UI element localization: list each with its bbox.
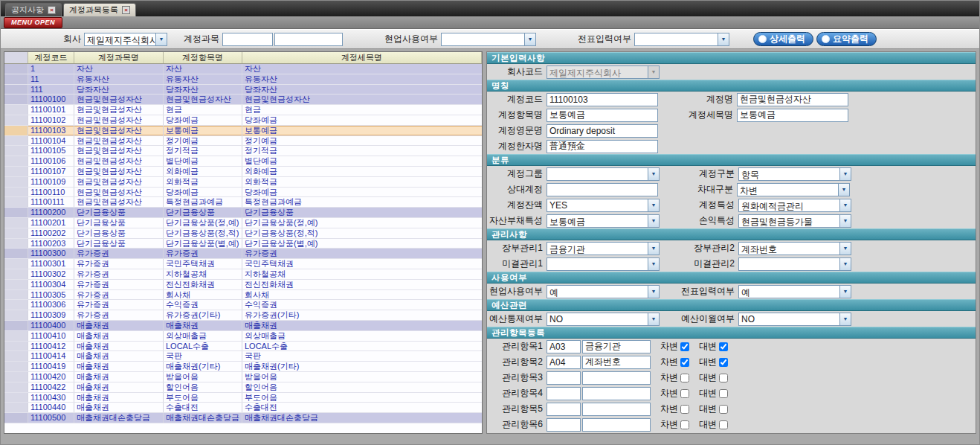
row-selector[interactable] [4, 115, 28, 125]
tab-account-registration[interactable]: 계정과목등록 × [63, 3, 136, 16]
table-row[interactable]: 11100201단기금융상품단기금융상품(정,예)단기금융상품(정,예) [4, 218, 482, 228]
header-detail-name[interactable]: 계정세목명 [242, 52, 482, 63]
table-row[interactable]: 11100203단기금융상품단기금융상품(별,예)단기금융상품(별,예) [4, 239, 482, 249]
table-row[interactable]: 11100200단기금융상품단기금융상품단기금융상품 [4, 208, 482, 218]
credit-checkbox[interactable] [719, 358, 728, 367]
row-selector[interactable] [4, 393, 28, 403]
detail-name-input[interactable] [737, 109, 848, 122]
account-group-select[interactable]: ▼ [547, 167, 660, 181]
header-account-code[interactable]: 계정코드 [28, 52, 74, 63]
mgmt-item-name-input[interactable] [582, 418, 651, 432]
asset-liability-trait-select[interactable]: 보통예금 ▼ [547, 214, 660, 228]
debit-checkbox[interactable] [680, 405, 689, 414]
row-selector[interactable] [4, 208, 28, 217]
row-selector[interactable] [4, 228, 28, 238]
table-row[interactable]: 11100420매출채권받을어음받을어음 [4, 372, 482, 382]
mgmt-item-code-input[interactable] [547, 356, 581, 369]
ledger-mgmt1-select[interactable]: 금융기관 ▼ [547, 242, 660, 255]
row-selector[interactable] [4, 64, 28, 74]
row-selector[interactable] [4, 372, 28, 382]
table-row[interactable]: 11100430매출채권부도어음부도어음 [4, 393, 482, 403]
debit-checkbox[interactable] [680, 358, 689, 367]
table-row[interactable]: 111당좌자산당좌자산당좌자산 [4, 85, 482, 95]
company-select[interactable]: 제일제지주식회사 ▼ [84, 33, 167, 46]
row-selector[interactable] [4, 310, 28, 320]
pending-mgmt1-select[interactable]: ▼ [547, 257, 660, 271]
table-row[interactable]: 11유동자산유동자산유동자산 [4, 74, 482, 85]
row-selector[interactable] [4, 249, 28, 258]
detail-print-button[interactable]: 상세출력 [753, 32, 813, 46]
row-selector[interactable] [4, 197, 28, 207]
account-division-select[interactable]: 항목 ▼ [738, 167, 851, 181]
hanja-name-input[interactable] [547, 140, 658, 153]
row-selector[interactable] [4, 85, 28, 95]
table-row[interactable]: 11100107현금및현금성자산외화예금외화예금 [4, 167, 482, 177]
mgmt-item-name-input[interactable] [582, 371, 651, 385]
row-selector[interactable] [4, 362, 28, 371]
header-item-name[interactable]: 계정항목명 [164, 52, 242, 63]
row-selector[interactable] [4, 105, 28, 115]
profit-loss-trait-select[interactable]: 현금및현금등가물 ▼ [738, 214, 851, 228]
account-trait-select[interactable]: 원화예적금관리 ▼ [738, 199, 851, 212]
account-balance-select[interactable]: YES ▼ [547, 199, 660, 212]
mgmt-item-name-input[interactable] [582, 340, 651, 353]
table-row[interactable]: 11100419매출채권매출채권(기타)매출채권(기타) [4, 362, 482, 372]
row-selector[interactable] [4, 156, 28, 166]
credit-checkbox[interactable] [719, 389, 728, 398]
summary-print-button[interactable]: 요약출력 [816, 32, 877, 46]
row-selector[interactable] [4, 74, 28, 84]
row-selector[interactable] [4, 300, 28, 310]
table-row[interactable]: 11100300유가증권유가증권유가증권 [4, 249, 482, 259]
table-row[interactable]: 11100202단기금융상품단기금융상품(정,적)단기금융상품(정,적) [4, 228, 482, 239]
slip-entry-select[interactable]: 예 ▼ [738, 285, 851, 298]
table-row[interactable]: 11100440매출채권수출대전수출대전 [4, 403, 482, 413]
budget-carryover-select[interactable]: NO ▼ [738, 313, 851, 326]
table-row[interactable]: 11100101현금및현금성자산현금현금 [4, 105, 482, 115]
table-row[interactable]: 11100106현금및현금성자산별단예금별단예금 [4, 156, 482, 167]
pending-mgmt2-select[interactable]: ▼ [738, 257, 851, 271]
row-selector[interactable] [4, 218, 28, 228]
credit-checkbox[interactable] [719, 342, 728, 351]
account-code-filter-input[interactable] [222, 33, 273, 46]
table-row[interactable]: 11100304유가증권전신전화채권전신전화채권 [4, 280, 482, 290]
row-selector[interactable] [4, 413, 28, 423]
table-row[interactable]: 11100422매출채권할인어음할인어음 [4, 382, 482, 393]
tab-close-icon[interactable]: × [122, 6, 130, 14]
row-selector[interactable] [4, 269, 28, 279]
table-row[interactable]: 11100105현금및현금성자산정기적금정기적금 [4, 146, 482, 156]
table-row[interactable]: 11100103현금및현금성자산보통예금보통예금 [4, 126, 482, 136]
slip-entry-filter-select[interactable]: ▼ [634, 33, 729, 46]
row-selector[interactable] [4, 259, 28, 269]
contra-account-input[interactable] [547, 183, 658, 196]
menu-open-button[interactable]: MENU OPEN [4, 17, 62, 28]
row-selector[interactable] [4, 136, 28, 146]
row-selector[interactable] [4, 331, 28, 341]
table-row[interactable]: 11100100현금및현금성자산현금및현금성자산현금및현금성자산 [4, 95, 482, 105]
account-name-input[interactable] [737, 93, 848, 106]
row-selector[interactable] [4, 351, 28, 361]
budget-control-select[interactable]: NO ▼ [547, 313, 660, 326]
credit-checkbox[interactable] [719, 405, 728, 414]
row-selector[interactable] [4, 146, 28, 156]
mgmt-item-name-input[interactable] [582, 356, 651, 369]
mgmt-item-name-input[interactable] [582, 387, 651, 400]
mgmt-item-code-input[interactable] [547, 418, 581, 432]
row-selector[interactable] [4, 167, 28, 176]
row-selector[interactable] [4, 403, 28, 412]
table-row[interactable]: 11100109현금및현금성자산외화적금외화적금 [4, 177, 482, 188]
table-row[interactable]: 11100104현금및현금성자산정기예금정기예금 [4, 136, 482, 147]
row-selector[interactable] [4, 280, 28, 289]
debit-credit-select[interactable]: 차변 ▼ [737, 183, 850, 196]
table-row[interactable]: 11100306유가증권수익증권수익증권 [4, 300, 482, 310]
row-selector[interactable] [4, 177, 28, 187]
english-name-input[interactable] [547, 124, 658, 138]
mgmt-item-name-input[interactable] [582, 403, 651, 416]
account-name-filter-input[interactable] [274, 33, 343, 46]
row-selector[interactable] [4, 126, 28, 135]
debit-checkbox[interactable] [680, 389, 689, 398]
table-row[interactable]: 11100302유가증권지하철공채지하철공채 [4, 269, 482, 280]
table-row[interactable]: 11100414매출채권국판국판 [4, 351, 482, 362]
row-selector[interactable] [4, 382, 28, 392]
debit-checkbox[interactable] [680, 420, 689, 429]
credit-checkbox[interactable] [719, 420, 728, 429]
